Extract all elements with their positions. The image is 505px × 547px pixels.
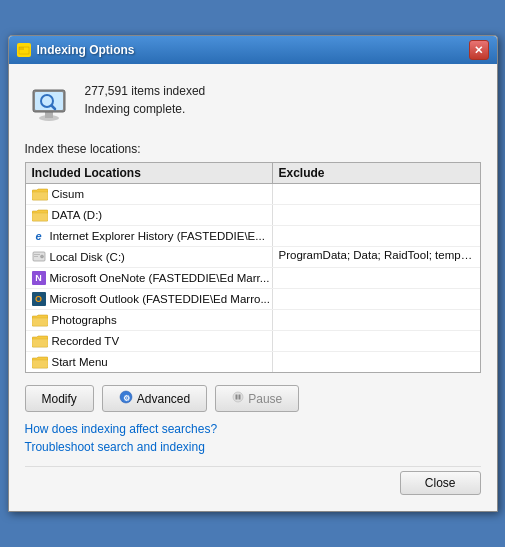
pause-icon [232,391,244,406]
indexing-icon [25,80,73,128]
modify-button[interactable]: Modify [25,385,94,412]
advanced-label: Advanced [137,392,190,406]
svg-rect-10 [34,254,40,255]
svg-text:⚙: ⚙ [122,394,129,403]
cell-included: Local Disk (C:) [26,247,273,267]
status-area: 277,591 items indexed Indexing complete. [25,80,481,128]
indexing-affect-link[interactable]: How does indexing affect searches? [25,422,481,436]
title-bar-left: Indexing Options [17,43,135,57]
table-row: e Internet Explorer History (FASTEDDIE\E… [26,226,480,247]
items-count: 277,591 items indexed [85,84,206,98]
svg-rect-1 [19,47,24,50]
svg-point-9 [40,255,43,258]
troubleshoot-link[interactable]: Troubleshoot search and indexing [25,440,481,454]
folder-icon [32,335,48,348]
table-row: Start Menu [26,352,480,372]
hd-icon [32,250,46,264]
svg-point-14 [233,392,243,402]
table-row: Recorded TV [26,331,480,352]
action-buttons: Modify ⚙ Advanced P [25,385,481,412]
outlook-icon: O [32,292,46,306]
cell-included: Start Menu [26,352,273,372]
window-icon [17,43,31,57]
location-name: Internet Explorer History (FASTEDDIE\E..… [50,230,265,242]
location-name: Photographs [52,314,117,326]
locations-table: Included Locations Exclude Cisum DATA (D… [25,162,481,373]
location-name: DATA (D:) [52,209,103,221]
cell-exclude [273,184,480,188]
location-name: Local Disk (C:) [50,251,125,263]
location-name: Microsoft OneNote (FASTEDDIE\Ed Marr... [50,272,270,284]
cell-included: O Microsoft Outlook (FASTEDDIE\Ed Marro.… [26,289,273,309]
svg-rect-16 [239,395,241,400]
indexing-state: Indexing complete. [85,102,206,116]
cell-included: N Microsoft OneNote (FASTEDDIE\Ed Marr..… [26,268,273,288]
table-body: Cisum DATA (D:) e Internet Explorer Hist… [26,184,480,372]
links-area: How does indexing affect searches? Troub… [25,422,481,454]
locations-section-label: Index these locations: [25,142,481,156]
cell-included: e Internet Explorer History (FASTEDDIE\E… [26,226,273,246]
folder-icon [32,188,48,201]
table-row: DATA (D:) [26,205,480,226]
location-name: Cisum [52,188,85,200]
cell-included: Photographs [26,310,273,330]
svg-rect-15 [236,395,238,400]
cell-exclude [273,331,480,335]
status-text: 277,591 items indexed Indexing complete. [85,80,206,116]
cell-included: DATA (D:) [26,205,273,225]
location-name: Recorded TV [52,335,120,347]
indexing-options-window: Indexing Options ✕ 277,59 [8,35,498,512]
table-row: N Microsoft OneNote (FASTEDDIE\Ed Marr..… [26,268,480,289]
cell-exclude [273,268,480,272]
cell-exclude [273,352,480,356]
content-area: 277,591 items indexed Indexing complete.… [9,64,497,511]
title-bar: Indexing Options ✕ [9,36,497,64]
cell-exclude: ProgramData; Data; RaidTool; temp; App..… [273,247,480,263]
onenote-icon: N [32,271,46,285]
cell-included: Recorded TV [26,331,273,351]
folder-icon [32,356,48,369]
pause-label: Pause [248,392,282,406]
close-button[interactable]: Close [400,471,481,495]
svg-rect-3 [45,112,53,118]
close-window-button[interactable]: ✕ [469,40,489,60]
window-title: Indexing Options [37,43,135,57]
advanced-icon: ⚙ [119,390,133,407]
advanced-button[interactable]: ⚙ Advanced [102,385,207,412]
table-row: O Microsoft Outlook (FASTEDDIE\Ed Marro.… [26,289,480,310]
cell-exclude [273,226,480,230]
svg-rect-11 [34,256,38,257]
col-included-header: Included Locations [26,163,273,183]
cell-included: Cisum [26,184,273,204]
location-name: Start Menu [52,356,108,368]
cell-exclude [273,289,480,293]
table-row: Local Disk (C:) ProgramData; Data; RaidT… [26,247,480,268]
col-exclude-header: Exclude [273,163,480,183]
pause-button[interactable]: Pause [215,385,299,412]
folder-icon [32,209,48,222]
location-name: Microsoft Outlook (FASTEDDIE\Ed Marro... [50,293,270,305]
ie-icon: e [32,229,46,243]
table-row: Photographs [26,310,480,331]
table-row: Cisum [26,184,480,205]
cell-exclude [273,205,480,209]
folder-icon [32,314,48,327]
cell-exclude [273,310,480,314]
footer-row: Close [25,466,481,495]
table-header: Included Locations Exclude [26,163,480,184]
